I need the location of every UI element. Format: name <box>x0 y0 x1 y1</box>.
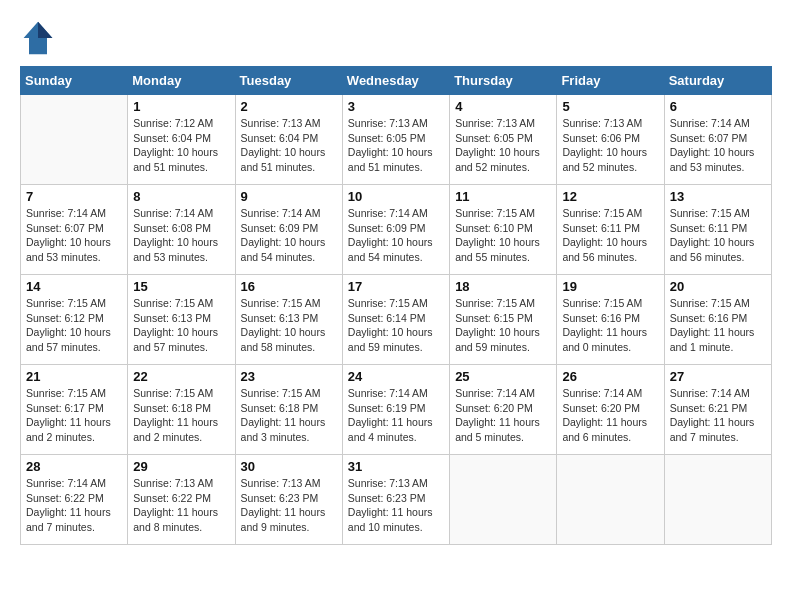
day-number: 3 <box>348 99 444 114</box>
day-number: 29 <box>133 459 229 474</box>
calendar-cell: 12Sunrise: 7:15 AM Sunset: 6:11 PM Dayli… <box>557 185 664 275</box>
day-info: Sunrise: 7:15 AM Sunset: 6:15 PM Dayligh… <box>455 296 551 355</box>
calendar-cell <box>664 455 771 545</box>
day-number: 14 <box>26 279 122 294</box>
day-info: Sunrise: 7:14 AM Sunset: 6:07 PM Dayligh… <box>670 116 766 175</box>
day-info: Sunrise: 7:14 AM Sunset: 6:19 PM Dayligh… <box>348 386 444 445</box>
day-info: Sunrise: 7:15 AM Sunset: 6:18 PM Dayligh… <box>133 386 229 445</box>
day-number: 25 <box>455 369 551 384</box>
week-row-4: 21Sunrise: 7:15 AM Sunset: 6:17 PM Dayli… <box>21 365 772 455</box>
day-number: 31 <box>348 459 444 474</box>
calendar-cell: 23Sunrise: 7:15 AM Sunset: 6:18 PM Dayli… <box>235 365 342 455</box>
day-info: Sunrise: 7:13 AM Sunset: 6:23 PM Dayligh… <box>348 476 444 535</box>
day-info: Sunrise: 7:13 AM Sunset: 6:06 PM Dayligh… <box>562 116 658 175</box>
day-number: 6 <box>670 99 766 114</box>
svg-marker-1 <box>38 22 52 38</box>
calendar-cell: 7Sunrise: 7:14 AM Sunset: 6:07 PM Daylig… <box>21 185 128 275</box>
day-info: Sunrise: 7:14 AM Sunset: 6:07 PM Dayligh… <box>26 206 122 265</box>
day-info: Sunrise: 7:15 AM Sunset: 6:11 PM Dayligh… <box>670 206 766 265</box>
weekday-header-thursday: Thursday <box>450 67 557 95</box>
day-info: Sunrise: 7:13 AM Sunset: 6:05 PM Dayligh… <box>348 116 444 175</box>
day-number: 27 <box>670 369 766 384</box>
day-number: 12 <box>562 189 658 204</box>
day-number: 9 <box>241 189 337 204</box>
day-info: Sunrise: 7:15 AM Sunset: 6:12 PM Dayligh… <box>26 296 122 355</box>
weekday-header-tuesday: Tuesday <box>235 67 342 95</box>
day-number: 17 <box>348 279 444 294</box>
week-row-2: 7Sunrise: 7:14 AM Sunset: 6:07 PM Daylig… <box>21 185 772 275</box>
weekday-header-monday: Monday <box>128 67 235 95</box>
day-number: 15 <box>133 279 229 294</box>
week-row-1: 1Sunrise: 7:12 AM Sunset: 6:04 PM Daylig… <box>21 95 772 185</box>
calendar-table: SundayMondayTuesdayWednesdayThursdayFrid… <box>20 66 772 545</box>
calendar-cell: 24Sunrise: 7:14 AM Sunset: 6:19 PM Dayli… <box>342 365 449 455</box>
day-info: Sunrise: 7:15 AM Sunset: 6:13 PM Dayligh… <box>133 296 229 355</box>
day-number: 10 <box>348 189 444 204</box>
calendar-cell: 17Sunrise: 7:15 AM Sunset: 6:14 PM Dayli… <box>342 275 449 365</box>
day-number: 21 <box>26 369 122 384</box>
week-row-5: 28Sunrise: 7:14 AM Sunset: 6:22 PM Dayli… <box>21 455 772 545</box>
calendar-cell: 26Sunrise: 7:14 AM Sunset: 6:20 PM Dayli… <box>557 365 664 455</box>
day-info: Sunrise: 7:14 AM Sunset: 6:09 PM Dayligh… <box>241 206 337 265</box>
calendar-cell <box>450 455 557 545</box>
day-number: 5 <box>562 99 658 114</box>
calendar-cell: 28Sunrise: 7:14 AM Sunset: 6:22 PM Dayli… <box>21 455 128 545</box>
calendar-cell: 31Sunrise: 7:13 AM Sunset: 6:23 PM Dayli… <box>342 455 449 545</box>
calendar-cell: 27Sunrise: 7:14 AM Sunset: 6:21 PM Dayli… <box>664 365 771 455</box>
day-number: 13 <box>670 189 766 204</box>
day-number: 26 <box>562 369 658 384</box>
weekday-header-sunday: Sunday <box>21 67 128 95</box>
day-info: Sunrise: 7:13 AM Sunset: 6:05 PM Dayligh… <box>455 116 551 175</box>
day-number: 7 <box>26 189 122 204</box>
calendar-cell: 18Sunrise: 7:15 AM Sunset: 6:15 PM Dayli… <box>450 275 557 365</box>
day-info: Sunrise: 7:15 AM Sunset: 6:13 PM Dayligh… <box>241 296 337 355</box>
day-info: Sunrise: 7:15 AM Sunset: 6:10 PM Dayligh… <box>455 206 551 265</box>
day-info: Sunrise: 7:15 AM Sunset: 6:11 PM Dayligh… <box>562 206 658 265</box>
calendar-cell: 29Sunrise: 7:13 AM Sunset: 6:22 PM Dayli… <box>128 455 235 545</box>
day-info: Sunrise: 7:15 AM Sunset: 6:16 PM Dayligh… <box>562 296 658 355</box>
day-number: 16 <box>241 279 337 294</box>
day-number: 30 <box>241 459 337 474</box>
day-info: Sunrise: 7:15 AM Sunset: 6:14 PM Dayligh… <box>348 296 444 355</box>
day-info: Sunrise: 7:15 AM Sunset: 6:18 PM Dayligh… <box>241 386 337 445</box>
day-info: Sunrise: 7:14 AM Sunset: 6:21 PM Dayligh… <box>670 386 766 445</box>
calendar-cell: 9Sunrise: 7:14 AM Sunset: 6:09 PM Daylig… <box>235 185 342 275</box>
day-number: 24 <box>348 369 444 384</box>
day-number: 1 <box>133 99 229 114</box>
day-number: 22 <box>133 369 229 384</box>
calendar-cell: 25Sunrise: 7:14 AM Sunset: 6:20 PM Dayli… <box>450 365 557 455</box>
calendar-cell: 11Sunrise: 7:15 AM Sunset: 6:10 PM Dayli… <box>450 185 557 275</box>
day-number: 8 <box>133 189 229 204</box>
calendar-cell: 21Sunrise: 7:15 AM Sunset: 6:17 PM Dayli… <box>21 365 128 455</box>
day-number: 18 <box>455 279 551 294</box>
calendar-cell: 13Sunrise: 7:15 AM Sunset: 6:11 PM Dayli… <box>664 185 771 275</box>
day-number: 2 <box>241 99 337 114</box>
day-info: Sunrise: 7:13 AM Sunset: 6:22 PM Dayligh… <box>133 476 229 535</box>
calendar-cell: 16Sunrise: 7:15 AM Sunset: 6:13 PM Dayli… <box>235 275 342 365</box>
day-number: 20 <box>670 279 766 294</box>
calendar-cell: 22Sunrise: 7:15 AM Sunset: 6:18 PM Dayli… <box>128 365 235 455</box>
calendar-cell: 19Sunrise: 7:15 AM Sunset: 6:16 PM Dayli… <box>557 275 664 365</box>
day-number: 23 <box>241 369 337 384</box>
week-row-3: 14Sunrise: 7:15 AM Sunset: 6:12 PM Dayli… <box>21 275 772 365</box>
day-info: Sunrise: 7:13 AM Sunset: 6:04 PM Dayligh… <box>241 116 337 175</box>
logo-icon <box>20 20 56 56</box>
calendar-cell: 10Sunrise: 7:14 AM Sunset: 6:09 PM Dayli… <box>342 185 449 275</box>
day-info: Sunrise: 7:12 AM Sunset: 6:04 PM Dayligh… <box>133 116 229 175</box>
day-info: Sunrise: 7:14 AM Sunset: 6:20 PM Dayligh… <box>562 386 658 445</box>
calendar-cell: 3Sunrise: 7:13 AM Sunset: 6:05 PM Daylig… <box>342 95 449 185</box>
calendar-cell <box>557 455 664 545</box>
calendar-cell: 30Sunrise: 7:13 AM Sunset: 6:23 PM Dayli… <box>235 455 342 545</box>
day-info: Sunrise: 7:14 AM Sunset: 6:08 PM Dayligh… <box>133 206 229 265</box>
weekday-header-saturday: Saturday <box>664 67 771 95</box>
day-info: Sunrise: 7:15 AM Sunset: 6:17 PM Dayligh… <box>26 386 122 445</box>
weekday-header-wednesday: Wednesday <box>342 67 449 95</box>
day-info: Sunrise: 7:13 AM Sunset: 6:23 PM Dayligh… <box>241 476 337 535</box>
day-info: Sunrise: 7:14 AM Sunset: 6:09 PM Dayligh… <box>348 206 444 265</box>
day-number: 11 <box>455 189 551 204</box>
calendar-cell: 6Sunrise: 7:14 AM Sunset: 6:07 PM Daylig… <box>664 95 771 185</box>
calendar-cell: 2Sunrise: 7:13 AM Sunset: 6:04 PM Daylig… <box>235 95 342 185</box>
day-info: Sunrise: 7:15 AM Sunset: 6:16 PM Dayligh… <box>670 296 766 355</box>
day-number: 4 <box>455 99 551 114</box>
day-number: 19 <box>562 279 658 294</box>
